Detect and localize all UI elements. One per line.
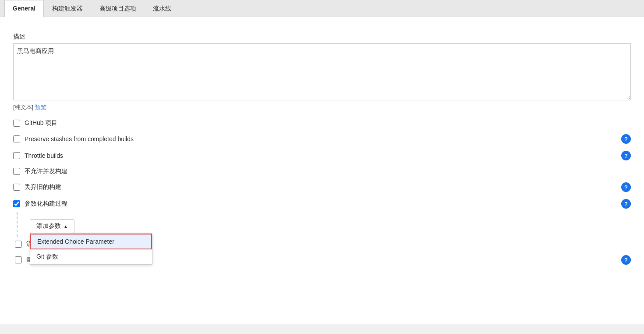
checkbox-parametrized-label[interactable]: 参数化构建过程 bbox=[25, 200, 67, 208]
checkbox-github[interactable] bbox=[13, 120, 20, 127]
checkbox-row-preserve: Preserve stashes from completed builds ? bbox=[13, 131, 631, 147]
main-content: 描述 [纯文本] 预览 GitHub 项目 Preserve stashes f… bbox=[0, 17, 644, 324]
tab-pipeline[interactable]: 流水线 bbox=[145, 0, 180, 17]
add-param-label: 添加参数 bbox=[36, 222, 61, 230]
checkbox-bottom2[interactable] bbox=[15, 256, 22, 263]
dropdown-item-extended-choice[interactable]: Extended Choice Parameter bbox=[30, 234, 152, 249]
checkbox-throttle[interactable] bbox=[13, 152, 20, 159]
dropdown-wrapper: 添加参数 ▲ Extended Choice Parameter Git 参数 bbox=[30, 219, 74, 233]
dropdown-item-git-param[interactable]: Git 参数 bbox=[30, 249, 152, 264]
checkboxes-section: GitHub 项目 Preserve stashes from complete… bbox=[13, 116, 631, 268]
checkbox-row-noconcurrent: 不允许并发构建 bbox=[13, 164, 631, 179]
tab-general[interactable]: General bbox=[4, 0, 44, 17]
page-container: General 构建触发器 高级项目选项 流水线 描述 [纯文本] 预览 Git… bbox=[0, 0, 644, 334]
help-icon-throttle[interactable]: ? bbox=[621, 151, 631, 160]
add-param-button[interactable]: 添加参数 ▲ bbox=[30, 219, 74, 233]
checkbox-noconcurrent-label[interactable]: 不允许并发构建 bbox=[25, 167, 67, 175]
checkbox-github-label[interactable]: GitHub 项目 bbox=[25, 119, 57, 127]
checkbox-row-discard: 丢弃旧的构建 ? bbox=[13, 179, 631, 195]
preview-prefix: [纯文本] bbox=[13, 104, 33, 110]
arrow-up-icon: ▲ bbox=[64, 224, 68, 229]
tabs-bar: General 构建触发器 高级项目选项 流水线 bbox=[0, 0, 644, 17]
help-icon-preserve[interactable]: ? bbox=[621, 134, 631, 144]
checkbox-discard-label[interactable]: 丢弃旧的构建 bbox=[25, 183, 61, 191]
checkbox-preserve-label[interactable]: Preserve stashes from completed builds bbox=[25, 135, 134, 142]
checkbox-row-parametrized: 参数化构建过程 ? bbox=[13, 195, 631, 212]
checkbox-bottom1[interactable] bbox=[15, 241, 22, 248]
description-textarea[interactable] bbox=[13, 43, 631, 100]
description-label: 描述 bbox=[13, 33, 631, 41]
checkbox-discard[interactable] bbox=[13, 184, 20, 191]
preview-link[interactable]: 预览 bbox=[35, 104, 46, 110]
checkbox-row-throttle: Throttle builds ? bbox=[13, 147, 631, 164]
tab-build-triggers[interactable]: 构建触发器 bbox=[44, 0, 91, 17]
help-icon-discard[interactable]: ? bbox=[621, 182, 631, 192]
dropdown-menu: Extended Choice Parameter Git 参数 bbox=[30, 233, 152, 265]
param-section: 添加参数 ▲ Extended Choice Parameter Git 参数 bbox=[17, 212, 631, 237]
checkbox-row-github: GitHub 项目 bbox=[13, 116, 631, 131]
checkbox-preserve[interactable] bbox=[13, 135, 20, 142]
checkbox-throttle-label[interactable]: Throttle builds bbox=[25, 152, 63, 159]
help-icon-parametrized[interactable]: ? bbox=[621, 199, 631, 209]
checkbox-parametrized[interactable] bbox=[13, 200, 20, 207]
help-icon-bottom2[interactable]: ? bbox=[621, 255, 631, 265]
tab-advanced[interactable]: 高级项目选项 bbox=[91, 0, 145, 17]
checkbox-noconcurrent[interactable] bbox=[13, 168, 20, 175]
preview-link-row: [纯文本] 预览 bbox=[13, 103, 631, 111]
